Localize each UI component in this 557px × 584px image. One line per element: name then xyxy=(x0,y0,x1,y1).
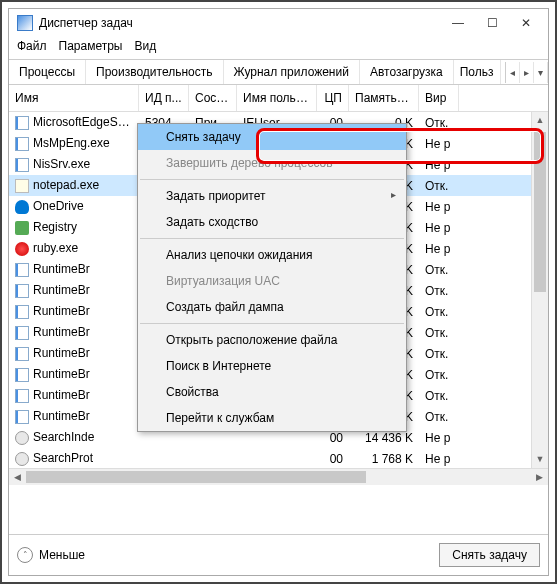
menu-end-tree[interactable]: Завершить дерево процессов xyxy=(138,150,406,176)
scroll-right-icon[interactable]: ▶ xyxy=(531,472,548,482)
tab-nav-drop-icon[interactable]: ▾ xyxy=(534,62,548,83)
process-icon xyxy=(15,368,29,382)
process-name: MsMpEng.exe xyxy=(33,136,110,150)
process-icon xyxy=(15,242,29,256)
menu-properties[interactable]: Свойства xyxy=(138,379,406,405)
process-icon xyxy=(15,326,29,340)
process-name: RuntimeBr xyxy=(33,346,90,360)
process-virt: Отк. xyxy=(419,347,459,361)
process-name: RuntimeBr xyxy=(33,409,90,423)
process-virt: Отк. xyxy=(419,284,459,298)
end-task-button[interactable]: Снять задачу xyxy=(439,543,540,567)
process-icon xyxy=(15,179,29,193)
col-user[interactable]: Имя польз... xyxy=(237,85,317,111)
scroll-left-icon[interactable]: ◀ xyxy=(9,472,26,482)
menu-separator xyxy=(140,179,404,180)
process-virt: Не р xyxy=(419,452,459,466)
process-list: Имя ИД п... Сост... Имя польз... ЦП Памя… xyxy=(9,85,548,534)
window-title: Диспетчер задач xyxy=(39,16,448,30)
menu-separator xyxy=(140,323,404,324)
process-virt: Отк. xyxy=(419,116,459,130)
process-virt: Не р xyxy=(419,158,459,172)
vscroll-thumb[interactable] xyxy=(534,132,546,292)
task-manager-icon xyxy=(17,15,33,31)
process-icon xyxy=(15,158,29,172)
process-name: MicrosoftEdgeSH.exe xyxy=(33,115,139,129)
process-name: RuntimeBr xyxy=(33,283,90,297)
process-name: RuntimeBr xyxy=(33,325,90,339)
process-virt: Отк. xyxy=(419,305,459,319)
tab-users[interactable]: Польз xyxy=(454,60,501,84)
col-pid[interactable]: ИД п... xyxy=(139,85,189,111)
process-virt: Не р xyxy=(419,137,459,151)
tab-processes[interactable]: Процессы xyxy=(9,60,86,84)
menu-priority[interactable]: Задать приоритет ▸ xyxy=(138,183,406,209)
process-icon xyxy=(15,452,29,466)
fewer-details-button[interactable]: ˄ Меньше xyxy=(17,547,85,563)
tab-nav-right-icon[interactable]: ▸ xyxy=(520,62,534,83)
process-name: RuntimeBr xyxy=(33,388,90,402)
process-virt: Не р xyxy=(419,221,459,235)
tab-app-history[interactable]: Журнал приложений xyxy=(224,60,360,84)
collapse-icon: ˄ xyxy=(17,547,33,563)
process-icon xyxy=(15,431,29,445)
process-name: RuntimeBr xyxy=(33,304,90,318)
process-virt: Не р xyxy=(419,242,459,256)
process-name: NisSrv.exe xyxy=(33,157,90,171)
context-menu: Снять задачу Завершить дерево процессов … xyxy=(137,123,407,432)
process-icon xyxy=(15,116,29,130)
process-name: RuntimeBr xyxy=(33,367,90,381)
scroll-up-icon[interactable]: ▲ xyxy=(532,112,548,129)
window-controls: — ☐ ✕ xyxy=(448,16,536,30)
tab-startup[interactable]: Автозагрузка xyxy=(360,60,454,84)
menu-wait-chain[interactable]: Анализ цепочки ожидания xyxy=(138,242,406,268)
horizontal-scrollbar[interactable]: ◀ ▶ xyxy=(9,468,548,485)
menu-view[interactable]: Вид xyxy=(134,39,156,53)
process-virt: Отк. xyxy=(419,263,459,277)
process-name: ruby.exe xyxy=(33,241,78,255)
process-cpu: 00 xyxy=(317,431,349,445)
menu-dump[interactable]: Создать файл дампа xyxy=(138,294,406,320)
footer: ˄ Меньше Снять задачу xyxy=(9,534,548,575)
process-virt: Не р xyxy=(419,200,459,214)
menu-go-services[interactable]: Перейти к службам xyxy=(138,405,406,431)
vertical-scrollbar[interactable]: ▲ ▼ xyxy=(531,112,548,468)
process-virt: Отк. xyxy=(419,368,459,382)
process-icon xyxy=(15,284,29,298)
process-icon xyxy=(15,389,29,403)
process-virt: Не р xyxy=(419,431,459,445)
titlebar: Диспетчер задач — ☐ ✕ xyxy=(9,9,548,37)
scroll-down-icon[interactable]: ▼ xyxy=(532,451,548,468)
process-name: Registry xyxy=(33,220,77,234)
hscroll-thumb[interactable] xyxy=(26,471,366,483)
process-cpu: 00 xyxy=(317,452,349,466)
menu-search-web[interactable]: Поиск в Интернете xyxy=(138,353,406,379)
tab-nav-left-icon[interactable]: ◂ xyxy=(506,62,520,83)
menu-separator xyxy=(140,238,404,239)
menu-affinity[interactable]: Задать сходство xyxy=(138,209,406,235)
minimize-button[interactable]: — xyxy=(448,16,468,30)
menu-options[interactable]: Параметры xyxy=(59,39,123,53)
process-virt: Отк. xyxy=(419,326,459,340)
col-virt[interactable]: Вир xyxy=(419,85,459,111)
close-button[interactable]: ✕ xyxy=(516,16,536,30)
menu-priority-label: Задать приоритет xyxy=(166,189,265,203)
process-row[interactable]: SearchProt001 768 KНе р xyxy=(9,448,548,468)
menu-open-location[interactable]: Открыть расположение файла xyxy=(138,327,406,353)
col-memory[interactable]: Память (а... xyxy=(349,85,419,111)
tab-performance[interactable]: Производительность xyxy=(86,60,223,84)
maximize-button[interactable]: ☐ xyxy=(482,16,502,30)
process-icon xyxy=(15,200,29,214)
menu-uac-virt[interactable]: Виртуализация UAC xyxy=(138,268,406,294)
col-cpu[interactable]: ЦП xyxy=(317,85,349,111)
menu-end-task[interactable]: Снять задачу xyxy=(138,124,406,150)
process-icon xyxy=(15,305,29,319)
menu-file[interactable]: Файл xyxy=(17,39,47,53)
col-status[interactable]: Сост... xyxy=(189,85,237,111)
col-name[interactable]: Имя xyxy=(9,85,139,111)
process-name: OneDrive xyxy=(33,199,84,213)
process-virt: Отк. xyxy=(419,410,459,424)
tab-nav: ◂ ▸ ▾ xyxy=(505,62,548,83)
process-icon xyxy=(15,137,29,151)
process-icon xyxy=(15,410,29,424)
